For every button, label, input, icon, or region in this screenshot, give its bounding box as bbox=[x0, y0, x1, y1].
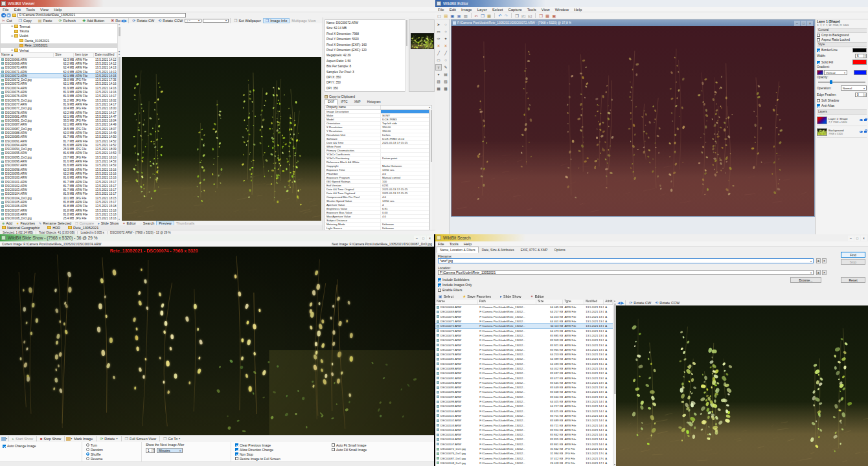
layer-visible-icon[interactable] bbox=[860, 131, 863, 133]
include-images-only-checkbox[interactable]: Include Images Only bbox=[438, 282, 567, 287]
editor-titlebar[interactable]: WildBit Editor bbox=[435, 0, 868, 7]
rotate-cw-button[interactable]: ⟳Rotate CW bbox=[130, 19, 156, 23]
toolbar-paste[interactable]: ▤Paste bbox=[36, 19, 54, 23]
result-row[interactable]: DSC00077.ARWF:\Camera Pics\Uudet\Rete_13… bbox=[435, 348, 613, 352]
info-tab-histogram[interactable]: Histogram bbox=[364, 99, 384, 105]
search-close-icon[interactable]: × bbox=[861, 236, 867, 241]
non-stop-checkbox[interactable]: Non Stop bbox=[235, 452, 328, 456]
info-tab-exif[interactable]: EXIF bbox=[325, 99, 337, 105]
file-row[interactable]: DSC00066.ARW62.3 MBARW File13.5.2021 14:… bbox=[0, 58, 117, 61]
file-row[interactable]: DSC00076_DxO.jpg31.2 MBJPG File13.5.2021… bbox=[0, 98, 117, 102]
editor-button[interactable]: ✦Editor bbox=[529, 294, 546, 298]
show-list-icon[interactable] bbox=[1, 437, 6, 441]
editor-menu-file[interactable]: File bbox=[435, 8, 447, 12]
eraser-tool[interactable]: ▩ bbox=[442, 85, 449, 92]
search-rotate-cw-button[interactable]: ⟳Rotate CW bbox=[627, 301, 653, 305]
view-tab-thumbnails[interactable]: Thumbnails bbox=[174, 221, 196, 225]
resize-image-to-full-screen-checkbox[interactable]: Resize Image to Full Screen bbox=[235, 456, 328, 461]
soft-shadow-checkbox[interactable]: Soft Shadow bbox=[817, 98, 867, 103]
layer-lock-icon[interactable] bbox=[864, 119, 867, 122]
column-header-size[interactable]: Size bbox=[54, 53, 74, 57]
layer-item[interactable]: Background7968 x 5320 bbox=[817, 126, 867, 138]
preview-photo[interactable] bbox=[122, 57, 321, 221]
zoom-stepper[interactable]: + −▾ bbox=[185, 19, 201, 23]
back-icon[interactable]: ◀ bbox=[1, 13, 6, 17]
image-info-button[interactable]: ❐Image Info bbox=[263, 18, 290, 23]
mark-list-icon[interactable] bbox=[66, 437, 71, 441]
file-row[interactable]: DSC00095_DxO.jpg23.7 MBJPG File13.5.2021… bbox=[0, 155, 117, 159]
result-row[interactable]: DSC00103.ARWF:\Camera Pics\Uudet\Rete_13… bbox=[435, 423, 613, 427]
rotate-button[interactable]: ⟳Rotate▾ bbox=[98, 437, 119, 441]
result-row[interactable]: DSC00073.ARWF:\Camera Pics\Uudet\Rete_13… bbox=[435, 328, 613, 333]
pencil-tool[interactable]: ✎ bbox=[442, 64, 449, 71]
result-row[interactable]: DSC00075.ARWF:\Camera Pics\Uudet\Rete_13… bbox=[435, 338, 613, 342]
file-row[interactable]: DSC00069.ARW62.2 MBARW File13.5.2021 14:… bbox=[0, 61, 117, 65]
file-row[interactable]: DSC00091.ARW81.7 MBARW File13.5.2021 14:… bbox=[0, 139, 117, 143]
result-row[interactable]: DSC00097.ARWF:\Camera Pics\Uudet\Rete_13… bbox=[435, 395, 613, 399]
rect-shape-tool[interactable]: ▭ bbox=[435, 57, 442, 63]
file-row[interactable]: DSC00096.ARW81.6 MBARW File13.5.2021 14:… bbox=[0, 159, 117, 163]
fill-color-swatch[interactable] bbox=[852, 60, 867, 65]
viewer-menu-help[interactable]: Help bbox=[51, 8, 64, 12]
doc-maximize-icon[interactable]: □ bbox=[801, 21, 806, 26]
search-tab-exif--iptc---xmp[interactable]: EXIF, IPTC & XMP bbox=[518, 247, 551, 253]
slide-show-button[interactable]: ▸Slide Show bbox=[96, 221, 120, 225]
tree-item-verhat[interactable]: ⊞Verhat bbox=[1, 48, 120, 52]
file-row[interactable]: DSC00072.ARW62.1 MBARW File13.5.2021 14:… bbox=[0, 74, 117, 78]
auto-fit-small-image-checkbox[interactable]: Auto Fit Small Image bbox=[332, 443, 425, 447]
cascade-windows-icon[interactable]: ❐ bbox=[538, 13, 543, 19]
layer-visible-icon[interactable] bbox=[860, 119, 863, 122]
location-clear-button[interactable]: × bbox=[822, 270, 827, 275]
editor-menu-tools[interactable]: Tools bbox=[525, 8, 539, 12]
document-titlebar[interactable]: F:\Camera Pics\Uudet\Rete_13052021\DSC00… bbox=[451, 20, 814, 26]
folder-tab-hdr[interactable]: HDR bbox=[45, 226, 62, 230]
fill-tool[interactable]: ▨ bbox=[435, 78, 442, 85]
search-next-icon[interactable]: ▶ bbox=[621, 301, 624, 305]
file-row[interactable]: DSC00073.ARW62.1 MBARW File13.5.2021 14:… bbox=[0, 82, 117, 86]
result-row[interactable]: DSC00076_DxO.jpgF:\Camera Pics\Uudet\Ret… bbox=[435, 451, 613, 456]
border-line-checkbox[interactable]: Border/Line bbox=[817, 47, 867, 53]
folder-tab-rete---------[interactable]: Rete_13052021 bbox=[66, 226, 100, 230]
editor-menu-image[interactable]: Image bbox=[459, 8, 475, 12]
file-row[interactable]: DSC00095.ARW81.6 MBARW File13.5.2021 14:… bbox=[0, 151, 117, 155]
capture-region-icon[interactable]: ◱ bbox=[527, 13, 532, 19]
search-menu-help[interactable]: Help bbox=[461, 242, 474, 246]
order-radio-random[interactable]: Random bbox=[86, 447, 141, 452]
toolbar-add-button[interactable]: ✚Add Button bbox=[80, 19, 106, 23]
location-add-button[interactable]: a bbox=[816, 270, 821, 275]
clone-tool[interactable]: ▦ bbox=[435, 85, 442, 92]
crop-tool[interactable]: ✕ bbox=[442, 43, 449, 49]
file-row[interactable]: DSC00100.ARW81.6 MBARW File13.5.2021 15:… bbox=[0, 176, 117, 180]
result-row[interactable]: DSC00106.ARWF:\Camera Pics\Uudet\Rete_13… bbox=[435, 437, 613, 441]
mark-image-button[interactable]: Mark Image bbox=[72, 437, 95, 441]
search-tab-name--location---filters[interactable]: Name, Location & Filters bbox=[437, 247, 479, 253]
capture-window-icon[interactable]: ◰ bbox=[521, 13, 526, 19]
results-column-type[interactable]: Type bbox=[563, 300, 584, 304]
search-preview-photo[interactable] bbox=[616, 305, 868, 466]
file-row[interactable]: DSC00098.ARW62.3 MBARW File13.5.2021 15:… bbox=[0, 168, 117, 172]
capture-screen-icon[interactable]: ❐ bbox=[514, 13, 520, 19]
next-after-unit-select[interactable]: Minutes▾ bbox=[157, 448, 183, 453]
eyedropper-tool[interactable]: ▾ bbox=[435, 71, 442, 78]
result-row[interactable]: DSC00094.ARWF:\Camera Pics\Uudet\Rete_13… bbox=[435, 381, 613, 385]
viewer-menu-edit[interactable]: Edit bbox=[12, 8, 23, 12]
compare-button[interactable]: ❐Compare bbox=[73, 221, 96, 225]
add-button[interactable]: ⊕Add bbox=[0, 221, 14, 225]
brush-tool[interactable]: ▧ bbox=[442, 78, 449, 85]
info-tab-xmp[interactable]: XMP bbox=[351, 99, 364, 105]
search-rotate-ccw-button[interactable]: ⟲Rotate CCW bbox=[653, 301, 681, 305]
result-row[interactable]: DSC00088.ARWF:\Camera Pics\Uudet\Rete_13… bbox=[435, 366, 613, 371]
result-row[interactable]: DSC00078.ARWF:\Camera Pics\Uudet\Rete_13… bbox=[435, 352, 613, 357]
new-icon[interactable]: ▢ bbox=[437, 13, 442, 19]
viewer-menu-file[interactable]: File bbox=[0, 8, 12, 12]
file-row[interactable]: DSC00099.ARW62.2 MBARW File13.5.2021 15:… bbox=[0, 172, 117, 175]
order-radio-reverse[interactable]: Reverse bbox=[86, 456, 141, 461]
editor-menu-view[interactable]: View bbox=[539, 8, 553, 12]
file-row[interactable]: DSC00072_DxO.jpg35.0 MBJPG File13.5.2021… bbox=[0, 78, 117, 82]
multipage-view-button[interactable]: Multipage View bbox=[290, 19, 317, 23]
info-tab-iptc[interactable]: IPTC bbox=[337, 99, 350, 105]
stop-button[interactable]: Stop bbox=[841, 259, 865, 265]
result-row[interactable]: DSC00072.ARWF:\Camera Pics\Uudet\Rete_13… bbox=[435, 324, 613, 328]
order-radio-shuffle[interactable]: Shuffle bbox=[86, 452, 141, 456]
results-column-path[interactable]: Path bbox=[478, 300, 536, 304]
